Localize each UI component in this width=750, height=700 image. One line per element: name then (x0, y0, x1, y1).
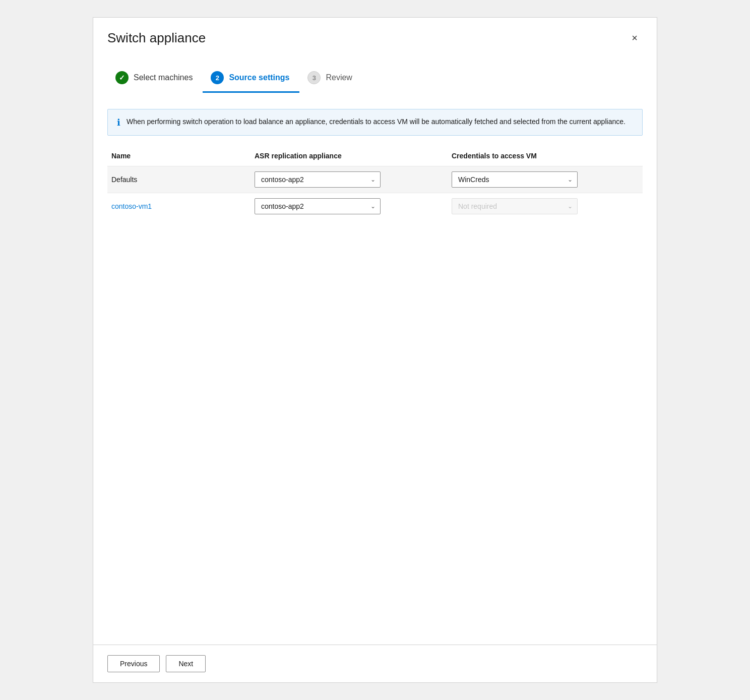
checkmark-icon: ✓ (119, 74, 125, 82)
step1-label: Select machines (134, 73, 193, 82)
asr-dropdown-wrapper-vm: contoso-app2 ⌄ (255, 198, 381, 214)
step-review[interactable]: 3 Review (299, 66, 362, 93)
row-vm-creds-cell: Not required ⌄ (446, 193, 643, 220)
col-name: Name (107, 148, 248, 166)
steps-row: ✓ Select machines 2 Source settings 3 Re… (107, 66, 643, 97)
table-header-row: Name ASR replication appliance Credentia… (107, 148, 643, 166)
asr-dropdown-wrapper-defaults: contoso-app2 ⌄ (255, 171, 381, 188)
step3-number: 3 (312, 74, 316, 82)
dialog-header: Switch appliance × (93, 18, 657, 54)
table-row: contoso-vm1 contoso-app2 ⌄ (107, 193, 643, 220)
step1-circle: ✓ (115, 71, 129, 84)
previous-button[interactable]: Previous (107, 655, 160, 672)
row-vm-name-cell: contoso-vm1 (107, 193, 248, 220)
table-row: Defaults contoso-app2 ⌄ WinCreds (107, 166, 643, 193)
info-icon: ℹ (117, 117, 120, 128)
row-defaults-creds-cell: WinCreds ⌄ (446, 166, 643, 193)
col-creds: Credentials to access VM (446, 148, 643, 166)
step2-number: 2 (216, 74, 219, 82)
step-select-machines[interactable]: ✓ Select machines (107, 66, 203, 93)
close-button[interactable]: × (627, 30, 643, 46)
settings-table: Name ASR replication appliance Credentia… (107, 148, 643, 219)
info-banner: ℹ When performing switch operation to lo… (107, 109, 643, 136)
dialog-body: ✓ Select machines 2 Source settings 3 Re… (93, 54, 657, 645)
creds-dropdown-vm[interactable]: Not required (452, 198, 578, 214)
creds-dropdown-wrapper-defaults: WinCreds ⌄ (452, 171, 578, 188)
creds-dropdown-wrapper-vm: Not required ⌄ (452, 198, 578, 214)
next-button[interactable]: Next (166, 655, 206, 672)
switch-appliance-dialog: Switch appliance × ✓ Select machines 2 S… (93, 17, 657, 683)
row-vm-asr-cell: contoso-app2 ⌄ (248, 193, 446, 220)
asr-dropdown-defaults[interactable]: contoso-app2 (255, 171, 381, 188)
info-text: When performing switch operation to load… (127, 116, 626, 127)
row-defaults-asr-cell: contoso-app2 ⌄ (248, 166, 446, 193)
step2-label: Source settings (229, 73, 289, 82)
step3-label: Review (326, 73, 352, 82)
step-source-settings[interactable]: 2 Source settings (203, 66, 299, 93)
vm-name-link[interactable]: contoso-vm1 (111, 202, 152, 210)
step3-circle: 3 (307, 71, 321, 84)
dialog-title: Switch appliance (107, 30, 206, 46)
asr-dropdown-vm[interactable]: contoso-app2 (255, 198, 381, 214)
step2-circle: 2 (211, 71, 224, 84)
creds-dropdown-defaults[interactable]: WinCreds (452, 171, 578, 188)
dialog-footer: Previous Next (93, 645, 657, 682)
row-defaults-name: Defaults (107, 166, 248, 193)
col-asr: ASR replication appliance (248, 148, 446, 166)
